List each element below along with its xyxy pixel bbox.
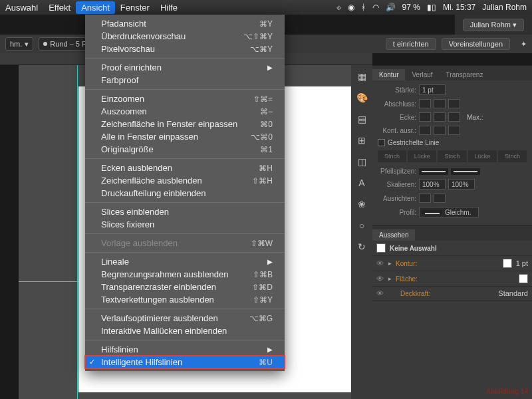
align-inside[interactable] — [434, 126, 446, 135]
menu-item[interactable]: Überdruckenvorschau⌥⇧⌘Y — [85, 30, 285, 43]
item-kontur[interactable]: Kontur: — [396, 260, 499, 267]
menu-ansicht[interactable]: Ansicht — [76, 1, 115, 14]
bluetooth-icon[interactable]: ᚼ — [361, 3, 366, 12]
check-icon: ✓ — [89, 358, 95, 366]
menu-item[interactable]: Slices fixieren — [85, 218, 285, 231]
menu-item[interactable]: Zeichenfläche ausblenden⇧⌘H — [85, 174, 285, 187]
menu-item[interactable]: Proof einrichten▶ — [85, 61, 285, 74]
menu-item[interactable]: Begrenzungsrahmen ausblenden⇧⌘B — [85, 268, 285, 281]
tab-kontur[interactable]: Kontur — [372, 69, 405, 80]
type-icon[interactable]: A — [356, 177, 368, 189]
swatch-field[interactable]: hm. ▾ — [5, 37, 33, 51]
appearance-panel: Aussehen Keine Auswahl 👁▸Kontur:1 pt 👁▸F… — [372, 225, 532, 301]
eye-icon[interactable]: 👁 — [376, 259, 384, 267]
menu-hilfe[interactable]: Hilfe — [160, 3, 178, 13]
battery-icon[interactable]: ▮▯ — [427, 3, 436, 12]
menu-item[interactable]: Farbproof — [85, 74, 285, 86]
kontur-swatch[interactable] — [503, 259, 512, 268]
history-icon[interactable]: ↻ — [356, 241, 368, 253]
menu-item[interactable]: Originalgröße⌘1 — [85, 143, 285, 156]
eye-icon[interactable]: 👁 — [376, 275, 384, 283]
cap-square[interactable] — [448, 99, 460, 108]
menu-item[interactable]: Druckaufteilung einblenden — [85, 187, 285, 200]
menu-label: Zeichenfläche ausblenden — [101, 176, 202, 186]
grid-icon[interactable]: ▦ — [356, 70, 368, 82]
menu-item: Vorlage ausblenden⇧⌘W — [85, 237, 285, 249]
menu-item[interactable]: Slices einblenden — [85, 205, 285, 218]
sparkle-icon[interactable]: ✦ — [521, 40, 527, 49]
align-outside[interactable] — [448, 126, 460, 135]
menu-item[interactable]: Verlaufsoptimierer ausblenden⌥⌘G — [85, 312, 285, 325]
menu-fenster[interactable]: Fenster — [120, 3, 150, 13]
swatches-icon[interactable]: ▤ — [356, 113, 368, 125]
flaeche-swatch[interactable] — [519, 274, 528, 283]
arrow-end[interactable] — [451, 168, 480, 175]
arrow-align-2[interactable] — [434, 194, 446, 203]
shortcut: ⌥⇧⌘Y — [243, 32, 273, 41]
item-flaeche[interactable]: Fläche: — [396, 275, 515, 283]
profile-select[interactable]: Gleichm. — [419, 207, 479, 217]
prefs-button[interactable]: Voreinstellungen — [442, 38, 510, 50]
scale-2[interactable]: 100% — [448, 179, 475, 190]
shortcut: ⇧⌘W — [251, 239, 273, 248]
menu-item[interactable]: Zeichenfläche in Fenster einpassen⌘0 — [85, 118, 285, 130]
user-dropdown[interactable]: Julian Rohm ▾ — [463, 19, 524, 31]
guide-vertical[interactable] — [77, 65, 78, 399]
menu-label: Ecken ausblenden — [101, 163, 172, 173]
volume-icon[interactable]: 🔊 — [386, 3, 396, 12]
menu-auswahl[interactable]: Auswahl — [5, 3, 38, 13]
shortcut: ⌘− — [260, 107, 273, 116]
menu-item[interactable]: Alle in Fenster einpassen⌥⌘0 — [85, 130, 285, 143]
ellipse-icon[interactable]: ○ — [356, 219, 368, 231]
menu-effekt[interactable]: Effekt — [49, 3, 70, 13]
menu-item[interactable]: Hilfslinien▶ — [85, 343, 285, 356]
cap-butt[interactable] — [419, 99, 431, 108]
menu-item[interactable]: Interaktive Mallücken einblenden — [85, 325, 285, 337]
dash-label: Lücke — [468, 150, 497, 162]
label-gestrichelt: Gestrichelte Linie — [388, 139, 439, 146]
menu-item[interactable]: Ecken ausblenden⌘H — [85, 162, 285, 174]
menu-label: Intelligente Hilfslinien — [101, 357, 182, 367]
menu-item[interactable]: Transparenzraster einblenden⇧⌘D — [85, 281, 285, 293]
symbol-icon[interactable]: ❀ — [356, 198, 368, 210]
join-bevel[interactable] — [448, 112, 460, 122]
arrow-start[interactable] — [419, 168, 448, 175]
item-deckkraft[interactable]: Deckkraft: — [400, 290, 494, 297]
menu-item[interactable]: Pixelvorschau⌥⌘Y — [85, 43, 285, 55]
tab-aussehen[interactable]: Aussehen — [372, 229, 415, 241]
menu-item[interactable]: Lineale▶ — [85, 255, 285, 268]
join-miter[interactable] — [419, 112, 431, 122]
menu-item[interactable]: Einzoomen⇧⌘= — [85, 92, 285, 105]
wifi-icon[interactable]: ◠ — [372, 3, 379, 12]
menu-item[interactable]: Auszoomen⌘− — [85, 105, 285, 118]
artboards-icon[interactable]: ◫ — [356, 156, 368, 168]
color-icon[interactable]: 🎨 — [356, 92, 368, 104]
shortcut: ⌘U — [259, 358, 273, 367]
setup-button[interactable]: t einrichten — [386, 38, 436, 50]
stroke-weight-input[interactable]: 1 pt — [419, 84, 446, 95]
eye-icon[interactable]: 👁 — [376, 289, 384, 297]
shortcut: ⇧⌘B — [253, 270, 273, 279]
menu-label: Proof einrichten — [101, 63, 162, 72]
menu-item[interactable]: Textverkettungen ausblenden⇧⌘Y — [85, 293, 285, 306]
menu-item[interactable]: Pfadansicht⌘Y — [85, 17, 285, 30]
brushes-icon[interactable]: ⊞ — [356, 134, 368, 146]
dashed-checkbox[interactable] — [378, 139, 385, 146]
cap-round[interactable] — [434, 99, 446, 108]
tab-transparenz[interactable]: Transparenz — [440, 69, 490, 80]
disclosure-icon[interactable]: ▸ — [388, 275, 392, 282]
user-name[interactable]: Julian Rohm — [482, 3, 527, 12]
menu-item[interactable]: ✓Intelligente Hilfslinien⌘U — [85, 356, 285, 368]
disclosure-icon[interactable]: ▸ — [388, 260, 392, 267]
stroke-panel: Kontur Verlauf Transparenz Stärke:1 pt A… — [372, 65, 532, 225]
scale-1[interactable]: 100% — [419, 179, 446, 190]
shortcut: ⇧⌘D — [252, 283, 273, 292]
align-center[interactable] — [419, 126, 431, 135]
join-round[interactable] — [434, 112, 446, 122]
arrow-align-1[interactable] — [419, 194, 431, 203]
sync-icon[interactable]: ◉ — [348, 3, 354, 12]
clock[interactable]: Mi. 15:37 — [443, 3, 475, 12]
dropbox-icon[interactable]: ⟐ — [336, 3, 341, 12]
submenu-arrow-icon: ▶ — [267, 346, 273, 353]
tab-verlauf[interactable]: Verlauf — [405, 69, 439, 80]
